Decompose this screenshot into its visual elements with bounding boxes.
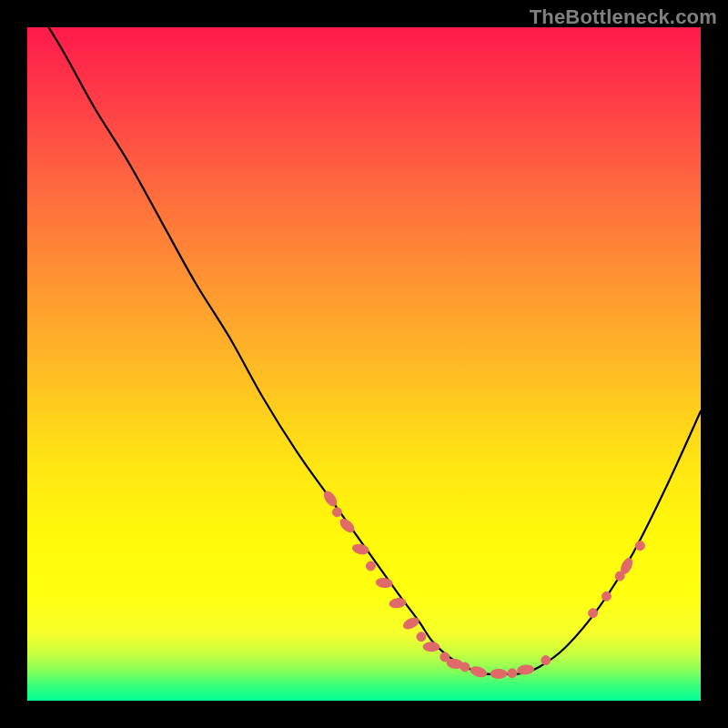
curve-marker [635,541,644,551]
curve-marker [417,632,426,642]
curve-marker [376,578,393,589]
curve-marker [460,662,470,672]
curve-marker [389,597,406,609]
curve-marker [541,656,551,665]
curve-marker [402,615,421,631]
curve-marker [423,642,440,652]
curve-marker [351,543,369,555]
chart-stage: TheBottleneck.com [0,0,728,728]
curve-layer [27,27,701,701]
curve-marker [366,561,375,571]
watermark-text: TheBottleneck.com [530,5,717,29]
plot-area [27,27,701,701]
curve-marker [470,665,488,679]
curve-marker [490,669,507,678]
curve-marker [589,609,598,618]
curve-markers [322,490,645,679]
curve-marker [517,664,534,674]
bottleneck-curve [27,0,701,674]
curve-marker [602,592,611,601]
curve-marker [508,669,517,678]
curve-marker [332,508,341,517]
